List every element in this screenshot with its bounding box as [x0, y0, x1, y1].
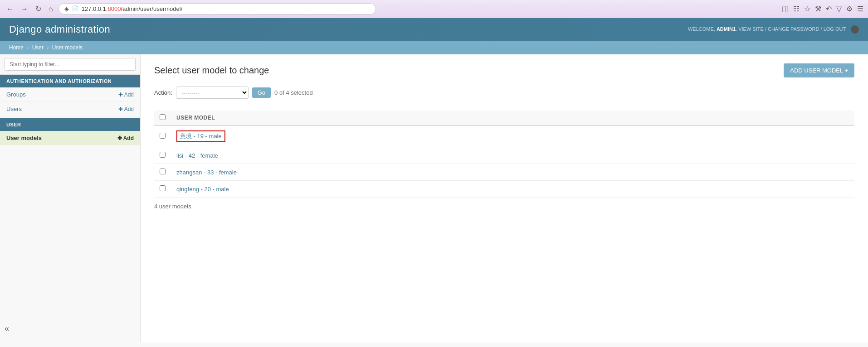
content-area: Select user model to change ADD USER MOD… — [141, 54, 868, 342]
table-row: zhangsan - 33 - female — [154, 164, 854, 181]
groups-add-link[interactable]: ✚ Add — [118, 92, 134, 98]
breadcrumb-separator-1: › — [27, 44, 29, 51]
usermodels-link[interactable]: User models — [6, 135, 42, 141]
users-link[interactable]: Users — [6, 106, 22, 112]
dropdown-icon[interactable]: ▽ — [836, 5, 842, 13]
filter-input[interactable] — [5, 58, 136, 71]
username: ADMIN1 — [717, 26, 736, 32]
view-site-link[interactable]: VIEW SITE — [738, 26, 764, 32]
home-button[interactable]: ⌂ — [47, 3, 55, 15]
usermodels-add-link[interactable]: ✚ Add — [117, 135, 134, 141]
extensions-icon[interactable]: ◫ — [782, 5, 789, 13]
sidebar-item-usermodels: User models ✚ Add — [0, 131, 140, 145]
refresh-button[interactable]: ↻ — [34, 3, 43, 15]
user-model-table: USER MODEL 意境 - 19 - malelisi - 42 - fem… — [154, 111, 854, 198]
table-header-row: USER MODEL — [154, 111, 854, 125]
profile-icon[interactable]: ⚒ — [815, 5, 821, 13]
row-checkbox[interactable] — [160, 185, 166, 191]
table-row: lisi - 42 - female — [154, 147, 854, 164]
sidebar-item-users: Users ✚ Add — [0, 102, 140, 116]
back-button[interactable]: ← — [5, 3, 15, 15]
action-bar: Action: --------- Go 0 of 4 selected — [154, 87, 854, 103]
url-display: 127.0.0.1:8000/admin/user/usermodel/ — [82, 5, 183, 12]
main-layout: AUTHENTICATION AND AUTHORIZATION Groups … — [0, 54, 868, 342]
add-user-model-button[interactable]: ADD USER MODEL + — [784, 63, 854, 77]
auth-section-header: AUTHENTICATION AND AUTHORIZATION — [0, 75, 140, 87]
admin-title: Django administration — [9, 24, 110, 35]
user-info: WELCOME, ADMIN1. VIEW SITE / CHANGE PASS… — [688, 25, 859, 34]
menu-icon[interactable]: ☰ — [857, 5, 863, 13]
settings-icon[interactable]: ⚙ — [846, 5, 853, 13]
content-header: Select user model to change ADD USER MOD… — [154, 63, 854, 77]
breadcrumb-current: User models — [52, 44, 83, 51]
table-body: 意境 - 19 - malelisi - 42 - femalezhangsan… — [154, 125, 854, 198]
browser-bar: ← → ↻ ⌂ ◈ 📄 127.0.0.1:8000/admin/user/us… — [0, 0, 868, 18]
breadcrumb-home[interactable]: Home — [9, 44, 24, 51]
page-icon: 📄 — [72, 5, 79, 12]
action-select[interactable]: --------- — [176, 87, 249, 99]
user-model-link[interactable]: qingfeng - 20 - male — [176, 186, 229, 193]
select-all-checkbox[interactable] — [160, 114, 166, 120]
column-header-user-model: USER MODEL — [171, 111, 854, 125]
log-out-link[interactable]: LOG OUT — [824, 26, 846, 32]
breadcrumb-user[interactable]: User — [32, 44, 44, 51]
table-row: 意境 - 19 - male — [154, 125, 854, 147]
reader-icon[interactable]: ☷ — [793, 5, 800, 13]
sidebar: AUTHENTICATION AND AUTHORIZATION Groups … — [0, 54, 141, 342]
page-title: Select user model to change — [154, 65, 269, 76]
selected-count: 0 of 4 selected — [274, 89, 313, 96]
undo-icon[interactable]: ↶ — [826, 5, 832, 13]
groups-link[interactable]: Groups — [6, 91, 26, 98]
breadcrumb-separator-2: › — [47, 44, 49, 51]
table-footer: 4 user models — [154, 203, 854, 210]
user-model-link[interactable]: zhangsan - 33 - female — [176, 169, 237, 176]
user-model-link-highlighted[interactable]: 意境 - 19 - male — [176, 130, 225, 142]
action-label: Action: — [154, 89, 172, 96]
welcome-text: WELCOME, — [688, 26, 715, 32]
change-password-link[interactable]: CHANGE PASSWORD — [768, 26, 819, 32]
sidebar-filter-area — [0, 54, 140, 75]
forward-button[interactable]: → — [19, 3, 30, 15]
users-add-link[interactable]: ✚ Add — [118, 106, 134, 112]
admin-header: Django administration WELCOME, ADMIN1. V… — [0, 18, 868, 41]
user-model-link[interactable]: lisi - 42 - female — [176, 152, 218, 159]
header-checkbox-cell — [154, 111, 171, 125]
user-section-header: USER — [0, 118, 140, 131]
sidebar-toggle[interactable]: « — [5, 324, 9, 333]
row-checkbox[interactable] — [160, 152, 166, 158]
table-row: qingfeng - 20 - male — [154, 181, 854, 198]
sidebar-item-groups: Groups ✚ Add — [0, 87, 140, 102]
security-icon: ◈ — [64, 5, 69, 12]
dark-mode-toggle[interactable] — [851, 25, 859, 34]
row-checkbox[interactable] — [160, 133, 166, 139]
browser-toolbar: ◫ ☷ ☆ ⚒ ↶ ▽ ⚙ ☰ — [782, 5, 863, 13]
address-bar[interactable]: ◈ 📄 127.0.0.1:8000/admin/user/usermodel/ — [59, 3, 376, 14]
bookmark-icon[interactable]: ☆ — [804, 5, 810, 13]
row-checkbox[interactable] — [160, 169, 166, 174]
go-button[interactable]: Go — [252, 87, 271, 98]
breadcrumb: Home › User › User models — [0, 41, 868, 54]
